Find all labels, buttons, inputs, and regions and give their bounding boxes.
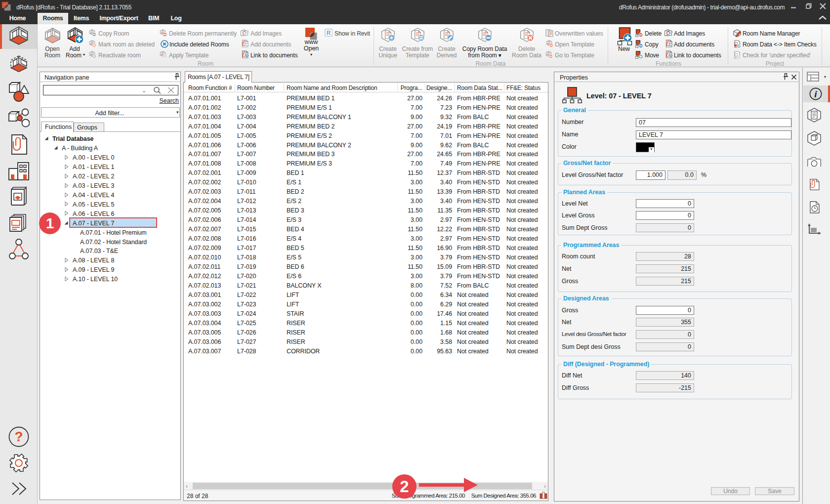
svg-text:R: R	[327, 30, 331, 37]
svg-text:?: ?	[14, 429, 23, 444]
svg-text:i: i	[814, 89, 817, 99]
